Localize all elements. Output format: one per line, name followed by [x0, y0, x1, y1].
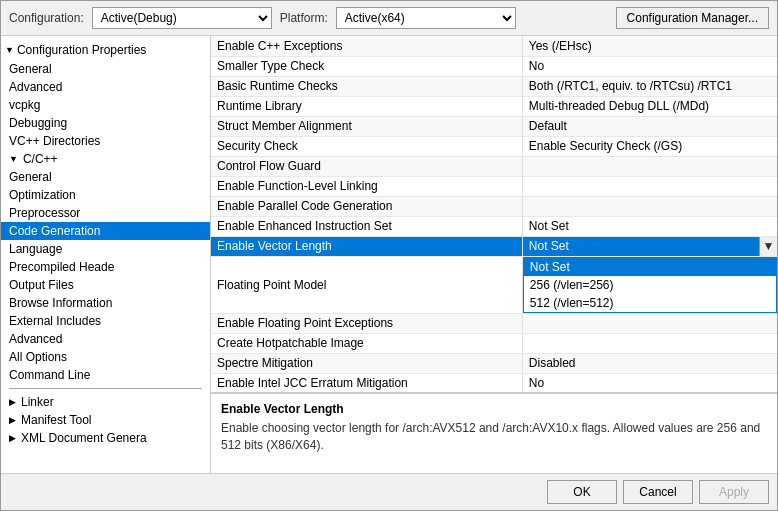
label: All Options [9, 350, 67, 364]
prop-name-floating-point: Floating Point Model [211, 256, 522, 313]
dropdown-option-256[interactable]: 256 (/vlen=256) [524, 276, 776, 294]
sidebar-item-cpp[interactable]: ▼ C/C++ [1, 150, 210, 168]
label: vcpkg [9, 98, 40, 112]
sidebar-item-vcpkg[interactable]: vcpkg [1, 96, 210, 114]
label: Optimization [9, 188, 76, 202]
sidebar-item-all-options[interactable]: All Options [1, 348, 210, 366]
prop-name: Control Flow Guard [211, 156, 522, 176]
sidebar-item-external-includes[interactable]: External Includes [1, 312, 210, 330]
prop-value: No [522, 56, 777, 76]
prop-value [522, 196, 777, 216]
table-row[interactable]: Enable Vector Length Not Set ▼ [211, 236, 777, 256]
prop-value [522, 333, 777, 353]
sidebar-item-vc-directories[interactable]: VC++ Directories [1, 132, 210, 150]
table-row: Smaller Type Check No [211, 56, 777, 76]
prop-value: Disabled [522, 353, 777, 373]
label: Output Files [9, 278, 74, 292]
label: Linker [21, 395, 54, 409]
label: Command Line [9, 368, 90, 382]
prop-value: Default [522, 116, 777, 136]
description-title: Enable Vector Length [221, 402, 767, 416]
prop-name: Runtime Library [211, 96, 522, 116]
root-arrow-icon: ▼ [5, 45, 14, 55]
description-text: Enable choosing vector length for /arch:… [221, 420, 767, 454]
prop-value: Enable Security Check (/GS) [522, 136, 777, 156]
table-row: Enable Enhanced Instruction Set Not Set [211, 216, 777, 236]
sidebar-item-cpp-advanced[interactable]: Advanced [1, 330, 210, 348]
prop-name: Smaller Type Check [211, 56, 522, 76]
sidebar-item-optimization[interactable]: Optimization [1, 186, 210, 204]
prop-name: Enable Enhanced Instruction Set [211, 216, 522, 236]
prop-name: Enable C++ Exceptions [211, 36, 522, 56]
prop-value: Yes (/EHsc) [522, 36, 777, 56]
bottom-bar: OK Cancel Apply [1, 473, 777, 510]
description-panel: Enable Vector Length Enable choosing vec… [211, 393, 777, 473]
top-bar: Configuration: Active(Debug) Platform: A… [1, 1, 777, 36]
sidebar-item-output-files[interactable]: Output Files [1, 276, 210, 294]
sidebar-item-preprocessor[interactable]: Preprocessor [1, 204, 210, 222]
label: VC++ Directories [9, 134, 100, 148]
label: Manifest Tool [21, 413, 91, 427]
table-row: Struct Member Alignment Default [211, 116, 777, 136]
table-row: Spectre Mitigation Disabled [211, 353, 777, 373]
prop-value: Not Set [522, 216, 777, 236]
label: Code Generation [9, 224, 100, 238]
dropdown-option-512[interactable]: 512 (/vlen=512) [524, 294, 776, 312]
prop-name: Security Check [211, 136, 522, 156]
prop-name: Enable Floating Point Exceptions [211, 313, 522, 333]
prop-value-enable-vector-length: Not Set ▼ [522, 236, 777, 256]
config-select[interactable]: Active(Debug) [92, 7, 272, 29]
props-table-element: Enable C++ Exceptions Yes (/EHsc) Smalle… [211, 36, 777, 393]
table-row-floating-point: Floating Point Model Not Set 256 (/vlen=… [211, 256, 777, 313]
sidebar-item-precompiled-headers[interactable]: Precompiled Heade [1, 258, 210, 276]
sidebar-item-xml-doc[interactable]: ▶ XML Document Genera [1, 429, 210, 447]
sidebar-item-linker[interactable]: ▶ Linker [1, 393, 210, 411]
xml-arrow-icon: ▶ [9, 433, 16, 443]
prop-name: Enable Function-Level Linking [211, 176, 522, 196]
label: External Includes [9, 314, 101, 328]
prop-name-enable-vector-length: Enable Vector Length [211, 236, 522, 256]
label: General [9, 170, 52, 184]
sidebar-item-command-line[interactable]: Command Line [1, 366, 210, 384]
dropdown-arrow-button[interactable]: ▼ [759, 237, 777, 256]
sidebar-item-manifest-tool[interactable]: ▶ Manifest Tool [1, 411, 210, 429]
sidebar-item-language[interactable]: Language [1, 240, 210, 258]
prop-value: No [522, 373, 777, 393]
table-row: Enable Intel JCC Erratum Mitigation No [211, 373, 777, 393]
tree-divider [9, 388, 202, 389]
cancel-button[interactable]: Cancel [623, 480, 693, 504]
table-row: Enable Parallel Code Generation [211, 196, 777, 216]
linker-arrow-icon: ▶ [9, 397, 16, 407]
label: General [9, 62, 52, 76]
tree-panel: ▼ Configuration Properties General Advan… [1, 36, 211, 473]
label: Advanced [9, 332, 62, 346]
prop-value: Both (/RTC1, equiv. to /RTCsu) /RTC1 [522, 76, 777, 96]
label: Language [9, 242, 62, 256]
sidebar-item-general[interactable]: General [1, 60, 210, 78]
sidebar-item-debugging[interactable]: Debugging [1, 114, 210, 132]
sidebar-item-cpp-general[interactable]: General [1, 168, 210, 186]
label: Advanced [9, 80, 62, 94]
apply-button[interactable]: Apply [699, 480, 769, 504]
sidebar-item-advanced[interactable]: Advanced [1, 78, 210, 96]
sidebar-item-browse-information[interactable]: Browse Information [1, 294, 210, 312]
prop-name: Enable Parallel Code Generation [211, 196, 522, 216]
platform-label: Platform: [280, 11, 328, 25]
platform-select[interactable]: Active(x64) [336, 7, 516, 29]
vector-length-dropdown[interactable]: Not Set 256 (/vlen=256) 512 (/vlen=512) [523, 257, 777, 313]
ok-button[interactable]: OK [547, 480, 617, 504]
manifest-arrow-icon: ▶ [9, 415, 16, 425]
tree-root[interactable]: ▼ Configuration Properties [1, 40, 210, 60]
sidebar-item-code-generation[interactable]: Code Generation [1, 222, 210, 240]
configuration-manager-button[interactable]: Configuration Manager... [616, 7, 769, 29]
properties-table: Enable C++ Exceptions Yes (/EHsc) Smalle… [211, 36, 777, 393]
prop-name: Enable Intel JCC Erratum Mitigation [211, 373, 522, 393]
table-row: Basic Runtime Checks Both (/RTC1, equiv.… [211, 76, 777, 96]
table-row: Control Flow Guard [211, 156, 777, 176]
table-row: Enable C++ Exceptions Yes (/EHsc) [211, 36, 777, 56]
prop-name: Struct Member Alignment [211, 116, 522, 136]
prop-name: Spectre Mitigation [211, 353, 522, 373]
label: Preprocessor [9, 206, 80, 220]
dropdown-option-not-set[interactable]: Not Set [524, 258, 776, 276]
label: C/C++ [23, 152, 58, 166]
